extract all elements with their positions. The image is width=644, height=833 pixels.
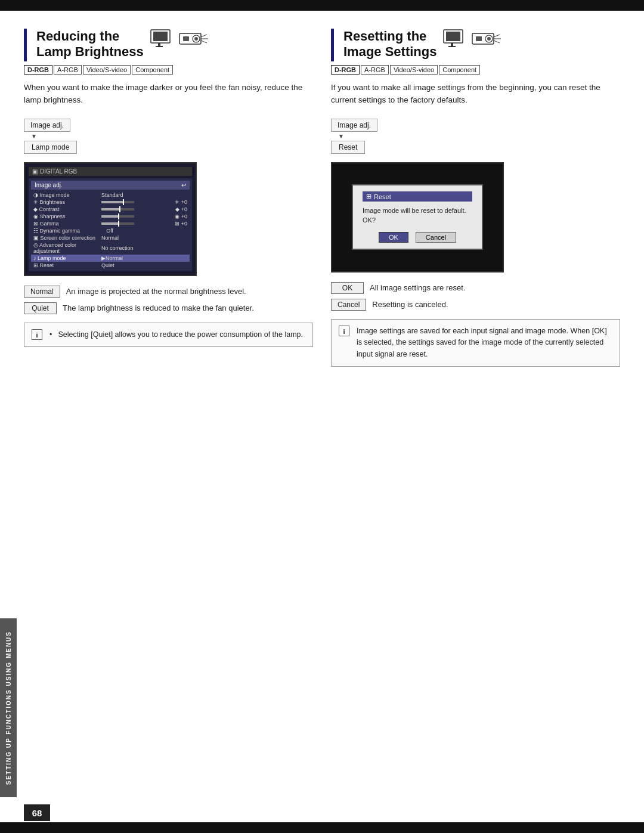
page-number: 68 — [24, 804, 50, 821]
right-column: Resetting the Image Settings — [331, 29, 620, 367]
row-label-3: ◉ Sharpness — [33, 213, 99, 219]
screen-row-advanced-color: ◎ Advanced color adjustment No correctio… — [31, 241, 190, 255]
row-val-8: ▶Normal — [101, 255, 123, 261]
row-val-9: Quiet — [101, 262, 114, 268]
normal-button-desc: An image is projected at the normal brig… — [66, 286, 246, 298]
screen-row-dynamic-gamma: ☷ Dynamic gamma Off — [31, 227, 190, 234]
screen-title-text: DIGITAL RGB — [40, 168, 77, 175]
left-note-text: Selecting [Quiet] allows you to reduce t… — [58, 329, 303, 340]
badge-a-rgb-left: A-RGB — [54, 65, 82, 75]
reset-dialog-title: ⊞ Reset — [363, 191, 472, 202]
left-button-normal: Normal An image is projected at the norm… — [24, 286, 313, 298]
left-title-accent-bar — [24, 29, 27, 61]
svg-rect-7 — [183, 36, 189, 41]
bar-brightness — [101, 201, 172, 203]
row-label-7: ◎ Advanced color adjustment — [33, 242, 99, 254]
right-description: If you want to make all image settings f… — [331, 82, 620, 107]
svg-point-6 — [194, 37, 198, 41]
row-label-0: ◑ Image mode — [33, 192, 99, 198]
right-projector-icon — [471, 29, 502, 50]
right-section-title: Resetting the Image Settings — [343, 29, 436, 60]
badge-video-left: Video/S-video — [83, 65, 131, 75]
left-screenshot: ▣ DIGITAL RGB Image adj. ↩ ◑ Image mode … — [24, 162, 197, 276]
right-note-row: i Image settings are saved for each inpu… — [339, 326, 612, 360]
svg-rect-18 — [476, 36, 482, 41]
badge-component-left: Component — [132, 65, 173, 75]
left-button-quiet: Quiet The lamp brightness is reduced to … — [24, 302, 313, 314]
right-menu-nav: Image adj. ▼ Reset — [331, 119, 620, 162]
right-monitor-icon — [442, 29, 467, 50]
right-note-icon: i — [339, 326, 349, 336]
quiet-button-desc: The lamp brightness is reduced to make t… — [63, 302, 254, 314]
projector-icon — [178, 29, 209, 50]
screen-menu-title: Image adj. — [35, 182, 63, 188]
right-title-line1: Resetting the — [343, 29, 426, 44]
monitor-icon — [150, 29, 175, 50]
bar-sharpness — [101, 215, 172, 218]
screen-menu-header: Image adj. ↩ — [31, 181, 190, 190]
left-menu-nav: Image adj. ▼ Lamp mode — [24, 119, 313, 162]
badge-video-right: Video/S-video — [390, 65, 438, 75]
badge-component-right: Component — [439, 65, 480, 75]
left-column: Reducing the Lamp Brightness — [24, 29, 313, 367]
svg-rect-12 — [446, 32, 460, 41]
left-menu-step2: Lamp mode — [24, 141, 77, 154]
ok-button-label: OK — [331, 282, 364, 294]
right-signal-badges: D-RGB A-RGB Video/S-video Component — [331, 65, 620, 75]
screen-row-image-mode: ◑ Image mode Standard — [31, 191, 190, 199]
row-val-7: No correction — [101, 245, 134, 251]
screen-row-reset: ⊞ Reset Quiet — [31, 262, 190, 269]
left-title-line1: Reducing the — [36, 29, 119, 44]
row-val-6: Normal — [101, 235, 119, 241]
svg-rect-1 — [153, 32, 168, 41]
left-note-box: i • Selecting [Quiet] allows you to redu… — [24, 323, 313, 347]
row-label-4: ⊠ Gamma — [33, 221, 99, 227]
reset-ok-button[interactable]: OK — [379, 232, 408, 243]
row-label-9: ⊞ Reset — [33, 262, 99, 268]
svg-line-8 — [201, 35, 207, 37]
left-header-icons — [150, 29, 209, 50]
reset-dialog-buttons: OK Cancel — [363, 232, 472, 243]
badge-d-rgb-left: D-RGB — [24, 65, 52, 75]
left-title-line2: Lamp Brightness — [36, 44, 144, 59]
right-section-header: Resetting the Image Settings — [331, 29, 620, 61]
right-note-text: Image settings are saved for each input … — [357, 326, 612, 360]
badge-d-rgb-right: D-RGB — [331, 65, 360, 75]
reset-cancel-button[interactable]: Cancel — [416, 232, 456, 243]
left-note-row: i • Selecting [Quiet] allows you to redu… — [32, 329, 305, 340]
right-menu-step1: Image adj. — [331, 119, 377, 132]
bottom-bar — [0, 822, 644, 833]
reset-dialog: ⊞ Reset Image mode will be reset to defa… — [352, 184, 483, 250]
right-button-cancel: Cancel Resetting is canceled. — [331, 299, 620, 311]
right-title-line2: Image Settings — [343, 44, 436, 59]
sidebar: SETTING UP FUNCTIONS USING MENUS — [0, 618, 17, 797]
screen-title-icon: ▣ — [32, 168, 38, 175]
cancel-button-desc: Resetting is canceled. — [372, 299, 448, 311]
reset-dialog-body: Image mode will be reset to default. OK? — [363, 206, 472, 225]
left-note-bullet: • — [49, 329, 52, 340]
cancel-button-label: Cancel — [331, 299, 366, 311]
row-label-6: ▣ Screen color correction — [33, 235, 99, 241]
svg-rect-3 — [156, 46, 163, 47]
row-val-2: ◆ +0 — [175, 206, 187, 212]
right-menu-step2: Reset — [331, 141, 365, 154]
right-title-accent-bar — [331, 29, 334, 61]
screen-row-sharpness: ◉ Sharpness ◉ +0 — [31, 213, 190, 220]
svg-rect-2 — [158, 43, 160, 46]
quiet-button-label: Quiet — [24, 302, 57, 314]
svg-line-20 — [494, 41, 500, 43]
screen-title-bar: ▣ DIGITAL RGB — [29, 167, 192, 176]
screen-row-brightness: ✳ Brightness ✳ +0 — [31, 199, 190, 206]
left-section-header: Reducing the Lamp Brightness — [24, 29, 313, 61]
left-menu-arrow: ▼ — [31, 133, 313, 140]
reset-dialog-title-text: Reset — [374, 193, 391, 200]
svg-line-19 — [494, 35, 500, 37]
screen-row-contrast: ◆ Contrast ◆ +0 — [31, 206, 190, 213]
svg-rect-14 — [448, 46, 456, 47]
badge-a-rgb-right: A-RGB — [361, 65, 389, 75]
normal-button-label: Normal — [24, 286, 60, 298]
right-note-box: i Image settings are saved for each inpu… — [331, 319, 620, 367]
right-screenshot: ⊞ Reset Image mode will be reset to defa… — [331, 162, 504, 272]
screen-inner: Image adj. ↩ ◑ Image mode Standard ✳ Bri… — [29, 178, 192, 271]
bar-contrast — [101, 208, 173, 210]
